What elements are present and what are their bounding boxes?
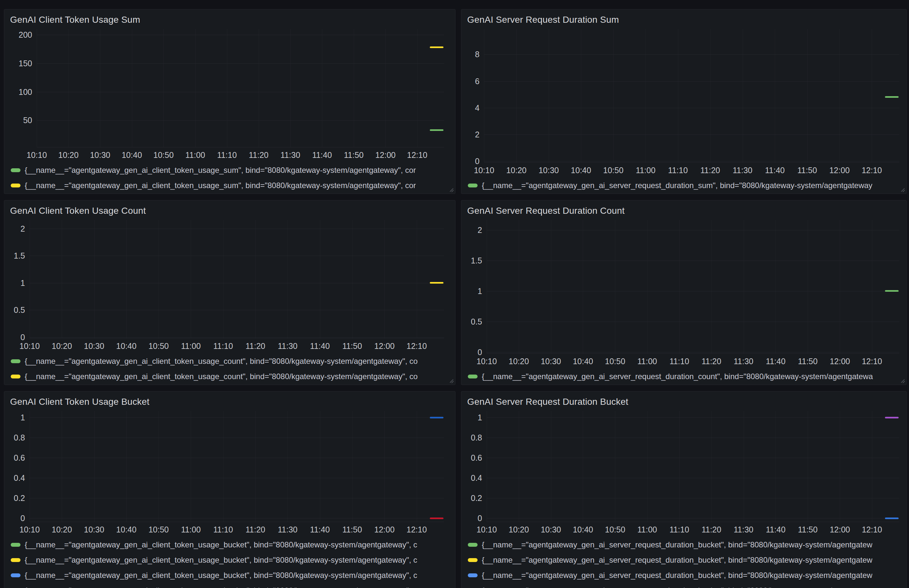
y-gridline [484,161,899,162]
legend-swatch[interactable] [11,359,21,363]
y-gridline [487,518,899,519]
x-tick-label: 10:30 [84,341,104,351]
x-tick-label: 12:10 [407,150,428,160]
legend-label[interactable]: {__name__="agentgateway_gen_ai_server_re… [482,540,872,549]
legend-label[interactable]: {__name__="agentgateway_gen_ai_client_to… [25,540,417,549]
legend-label[interactable]: {__name__="agentgateway_gen_ai_client_to… [25,181,416,190]
x-tick-label: 10:10 [19,341,40,351]
x-gridline [551,411,551,522]
legend-swatch[interactable] [468,543,478,547]
y-tick-label: 2 [475,129,480,139]
x-gridline [158,220,159,338]
y-gridline [29,438,444,438]
legend-swatch[interactable] [468,558,478,562]
x-gridline [743,29,743,162]
y-gridline [487,230,899,230]
legend: {__name__="agentgateway_gen_ai_server_re… [466,367,902,384]
panel-title[interactable]: GenAI Client Token Usage Bucket [10,396,450,408]
x-tick-label: 10:10 [476,357,497,366]
x-gridline [94,411,95,522]
panel-server-request-duration-bucket: GenAI Server Request Duration Bucket10.8… [461,391,907,588]
panel-resize-handle[interactable] [900,378,906,384]
legend-swatch[interactable] [11,184,21,187]
y-tick-label: 4 [475,103,480,112]
legend-item: {__name__="agentgateway_gen_ai_client_to… [11,552,450,567]
panel-title[interactable]: GenAI Client Token Usage Sum [10,14,450,26]
legend-swatch[interactable] [11,168,21,172]
x-tick-label: 11:30 [278,341,297,351]
legend-label[interactable]: {__name__="agentgateway_gen_ai_client_to… [25,166,416,175]
legend-label[interactable]: {__name__="agentgateway_gen_ai_client_to… [25,372,418,381]
x-tick-label: 10:40 [116,341,137,351]
x-gridline [519,220,519,354]
legend-swatch[interactable] [11,375,21,378]
resize-grip-icon [900,378,906,384]
legend-label[interactable]: {__name__="agentgateway_gen_ai_server_re… [482,372,873,381]
panel-resize-handle[interactable] [900,187,906,193]
dashboard-grid: GenAI Client Token Usage Sum200150100501… [0,0,909,588]
x-gridline [29,220,30,338]
x-gridline [744,411,744,522]
x-tick-label: 12:00 [375,150,396,160]
legend-label[interactable]: {__name__="agentgateway_gen_ai_client_to… [25,357,418,366]
x-tick-label: 10:50 [603,166,624,175]
x-gridline [258,29,259,147]
legend-item: {__name__="agentgateway_gen_ai_client_to… [11,583,450,588]
x-gridline [354,29,354,147]
legend-label[interactable]: {__name__="agentgateway_gen_ai_server_re… [482,181,872,190]
x-tick-label: 10:30 [539,166,559,175]
y-gridline [487,321,899,322]
legend-swatch[interactable] [11,543,21,547]
legend-swatch[interactable] [468,375,478,378]
y-gridline [37,92,444,92]
legend-label[interactable]: {__name__="agentgateway_gen_ai_client_to… [25,571,417,580]
panel-title[interactable]: GenAI Server Request Duration Count [467,205,902,217]
y-gridline [487,417,899,418]
x-gridline [227,29,228,147]
plot-area: 10.80.60.40.20 [29,411,444,522]
legend-swatch[interactable] [11,573,21,577]
legend-swatch[interactable] [11,558,21,562]
legend-swatch[interactable] [468,184,478,187]
x-tick-label: 10:40 [571,166,591,175]
panel-server-request-duration-count: GenAI Server Request Duration Count21.51… [461,200,907,385]
y-tick-label: 0.6 [14,453,25,463]
x-gridline [291,29,291,147]
x-tick-label: 10:30 [541,525,561,535]
legend-item: {__name__="agentgateway_gen_ai_client_to… [11,567,450,583]
x-gridline [647,220,647,354]
y-tick-label: 0.2 [471,493,482,503]
y-tick-label: 0 [21,514,25,523]
x-gridline [840,411,840,522]
y-tick-label: 150 [19,58,32,68]
x-gridline [126,220,127,338]
y-gridline [29,283,444,283]
panel-title[interactable]: GenAI Server Request Duration Sum [467,14,902,26]
y-gridline [29,458,444,458]
x-gridline [195,29,195,147]
panel-title[interactable]: GenAI Server Request Duration Bucket [467,396,902,408]
x-tick-label: 12:00 [830,166,850,175]
y-tick-label: 0.5 [14,305,25,315]
x-tick-label: 12:10 [862,357,882,366]
x-tick-label: 11:10 [213,525,233,535]
legend-label[interactable]: {__name__="agentgateway_gen_ai_server_re… [482,556,872,565]
y-tick-label: 1 [478,286,482,296]
x-tick-label: 11:00 [186,150,205,160]
legend-swatch[interactable] [468,573,478,577]
x-tick-label: 11:40 [310,341,330,351]
panel-resize-handle[interactable] [449,187,454,193]
x-gridline [255,411,256,522]
y-tick-label: 0 [478,347,482,357]
x-tick-label: 10:20 [509,357,529,366]
legend-label[interactable]: {__name__="agentgateway_gen_ai_server_re… [482,571,872,580]
x-gridline [516,29,517,162]
legend: {__name__="agentgateway_gen_ai_client_to… [9,160,450,194]
panel-title[interactable]: GenAI Client Token Usage Count [10,205,450,217]
legend-label[interactable]: {__name__="agentgateway_gen_ai_client_to… [25,556,417,565]
series-line [885,417,899,418]
panel-resize-handle[interactable] [449,378,454,384]
legend-label[interactable]: {__name__="agentgateway_gen_ai_client_to… [25,586,409,588]
x-gridline [352,411,352,522]
legend-label[interactable]: {__name__="agentgateway_gen_ai_server_re… [482,586,872,588]
